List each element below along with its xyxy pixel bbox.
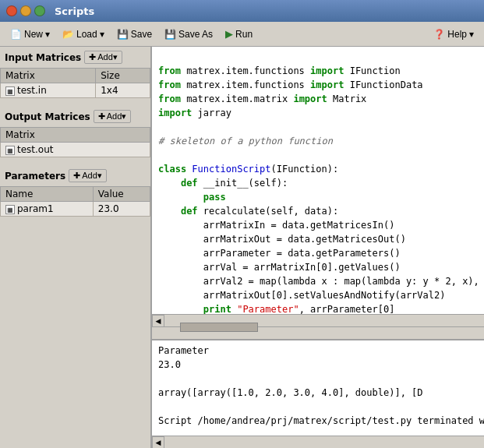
maximize-button[interactable] — [34, 5, 45, 16]
parameters-section: Parameters ✚ Add▾ — [0, 165, 150, 186]
save-label: Save — [131, 29, 152, 40]
param-value: 23.0 — [93, 202, 150, 217]
close-button[interactable] — [6, 5, 17, 16]
input-matrix-name: ▦test.in — [1, 83, 96, 98]
parameters-table: Name Value ▦param1 23.0 — [0, 186, 150, 217]
help-label: Help — [447, 29, 467, 40]
output-hscrollbar[interactable]: ◀ ▶ — [152, 436, 484, 448]
save-icon: 💾 — [117, 29, 129, 40]
output-line-blank — [158, 372, 484, 386]
save-as-label: Save As — [178, 29, 213, 40]
title-bar: Scripts — [0, 0, 484, 22]
new-label: New — [24, 29, 43, 40]
output-content: Parameter 23.0 array([array([1.0, 2.0, 3… — [152, 340, 484, 448]
minimize-button[interactable] — [20, 5, 31, 16]
run-label: Run — [235, 29, 253, 40]
input-matrices-section: Input Matrices ✚ Add▾ — [0, 47, 150, 68]
param-value-col: Value — [93, 187, 150, 202]
load-icon: 📂 — [62, 29, 74, 40]
code-editor[interactable]: from matrex.item.functions import IFunct… — [152, 47, 484, 339]
output-hscroll-left-btn[interactable]: ◀ — [152, 436, 164, 449]
output-add-icon: ✚ — [98, 111, 105, 122]
output-matrices-table: Matrix ▦test.out — [0, 127, 150, 157]
param-file-icon: ▦ — [5, 205, 15, 214]
help-dropdown-icon: ▾ — [469, 29, 474, 40]
output-line-blank2 — [158, 400, 484, 414]
new-button[interactable]: 📄 New ▾ — [5, 26, 55, 43]
code-content: from matrex.item.functions import IFunct… — [152, 47, 484, 314]
hscroll-thumb[interactable] — [180, 323, 258, 332]
input-matrix-row: ▦test.in 1x4 — [1, 83, 150, 98]
window-controls — [6, 5, 45, 16]
input-matrices-table: Matrix Size ▦test.in 1x4 — [0, 68, 150, 98]
load-dropdown-icon: ▾ — [100, 29, 104, 40]
input-add-label: Add▾ — [97, 52, 118, 62]
parameters-label: Parameters — [5, 171, 65, 182]
code-scroll-area[interactable]: from matrex.item.functions import IFunct… — [152, 47, 484, 314]
save-as-icon: 💾 — [164, 29, 176, 40]
window-title: Scripts — [55, 5, 94, 17]
output-line-script: Script /home/andrea/prj/matrex/script/te… — [158, 414, 484, 428]
output-matrix-row: ▦test.out — [1, 143, 150, 157]
param-add-label: Add▾ — [82, 171, 102, 181]
input-add-button[interactable]: ✚ Add▾ — [84, 51, 122, 64]
output-line-parameter: Parameter — [158, 344, 484, 358]
input-matrices-label: Input Matrices — [5, 52, 81, 63]
matrix-file-icon: ▦ — [5, 86, 15, 96]
param-add-button[interactable]: ✚ Add▾ — [69, 169, 107, 182]
output-panel: Parameter 23.0 array([array([1.0, 2.0, 3… — [152, 339, 484, 448]
output-line-value: 23.0 — [158, 358, 484, 372]
help-button[interactable]: ❓ Help ▾ — [428, 26, 479, 43]
param-row: ▦param1 23.0 — [1, 202, 150, 217]
output-matrix-name: ▦test.out — [1, 143, 150, 157]
param-name-col: Name — [1, 187, 94, 202]
output-line-array: array([array([1.0, 2.0, 3.0, 4.0], doubl… — [158, 386, 484, 400]
output-matrices-label: Output Matrices — [5, 111, 90, 122]
hscroll-left-btn[interactable]: ◀ — [152, 315, 164, 327]
output-matrix-col-header: Matrix — [1, 128, 150, 143]
code-hscrollbar[interactable]: ◀ ▶ — [152, 314, 484, 326]
new-dropdown-icon: ▾ — [45, 29, 50, 40]
run-button[interactable]: ▶ Run — [220, 25, 258, 43]
output-file-icon: ▦ — [5, 146, 15, 155]
main-area: Input Matrices ✚ Add▾ Matrix Size ▦test.… — [0, 47, 484, 448]
output-matrices-section: Output Matrices ✚ Add▾ — [0, 106, 150, 127]
help-icon: ❓ — [433, 29, 445, 40]
load-button[interactable]: 📂 Load ▾ — [57, 26, 110, 43]
input-add-icon: ✚ — [89, 52, 96, 62]
run-icon: ▶ — [225, 28, 233, 40]
output-add-label: Add▾ — [107, 111, 127, 122]
toolbar: 📄 New ▾ 📂 Load ▾ 💾 Save 💾 Save As ▶ Run … — [0, 22, 484, 47]
left-panel: Input Matrices ✚ Add▾ Matrix Size ▦test.… — [0, 47, 152, 448]
save-as-button[interactable]: 💾 Save As — [159, 26, 218, 43]
input-matrix-size: 1x4 — [96, 83, 150, 98]
param-add-icon: ✚ — [73, 171, 80, 181]
matrix-col-header: Matrix — [1, 69, 96, 83]
output-add-button[interactable]: ✚ Add▾ — [94, 110, 132, 123]
param-name: ▦param1 — [1, 202, 94, 217]
new-icon: 📄 — [10, 29, 22, 40]
size-col-header: Size — [96, 69, 150, 83]
right-panel: from matrex.item.functions import IFunct… — [152, 47, 484, 448]
load-label: Load — [76, 29, 97, 40]
save-button[interactable]: 💾 Save — [111, 26, 157, 43]
